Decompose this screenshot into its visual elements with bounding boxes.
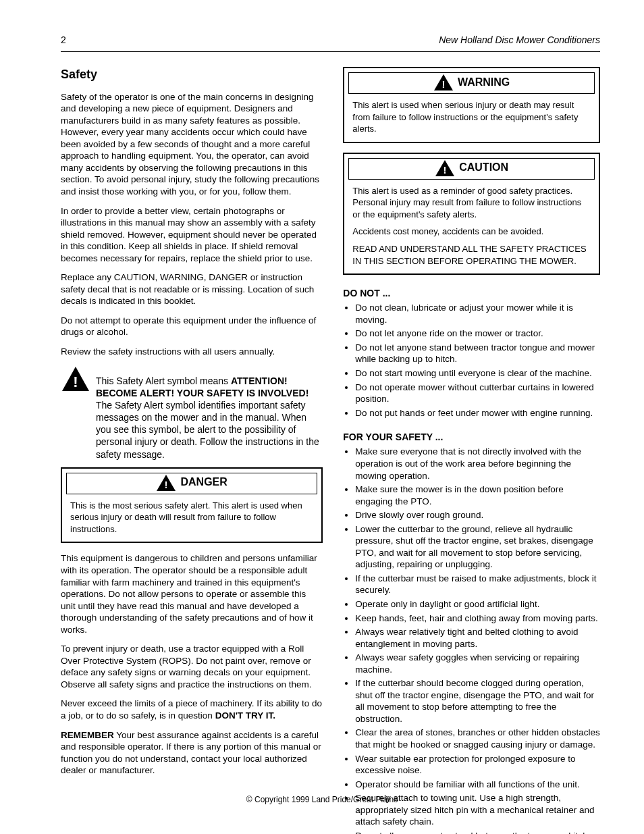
safety-alert-symbol-callout: ! This Safety Alert symbol means ATTENTI…	[61, 365, 323, 461]
svg-text:!: !	[444, 164, 447, 176]
list-item: Wear suitable ear protection for prolong…	[355, 753, 600, 777]
warning-label: WARNING	[458, 76, 510, 90]
body-text: Do not attempt to operate this equipment…	[61, 315, 323, 338]
list-item: Make sure everyone that is not directly …	[355, 446, 600, 481]
list-item: Always wear safety goggles when servicin…	[355, 652, 600, 675]
page-header: 2 New Holland Disc Mower Conditioners	[61, 34, 600, 46]
body-text: Replace any CAUTION, WARNING, DANGER or …	[61, 271, 323, 307]
right-column: ! WARNING This alert is used when seriou…	[343, 67, 600, 834]
body-text: Safety of the operator is one of the mai…	[61, 91, 323, 198]
body-text: In order to provide a better view, certa…	[61, 205, 323, 265]
danger-box: ! DANGER This is the most serious safety…	[61, 467, 323, 544]
warning-box: ! WARNING This alert is used when seriou…	[343, 67, 600, 143]
caution-body: This alert is used as a reminder of good…	[344, 184, 599, 269]
list-item: Keep hands, feet, hair and clothing away…	[355, 613, 600, 625]
list-item: Drive slowly over rough ground.	[355, 509, 600, 521]
caution-box: ! CAUTION This alert is used as a remind…	[343, 153, 600, 275]
list-item: Clear the area of stones, branches or ot…	[355, 727, 600, 750]
alert-triangle-icon: !	[435, 159, 455, 177]
body-text: To prevent injury or death, use a tracto…	[61, 643, 323, 690]
caution-label: CAUTION	[459, 161, 508, 175]
danger-header: ! DANGER	[66, 473, 317, 494]
header-rule	[61, 51, 600, 52]
list-item: Make sure the mower is in the down posit…	[355, 484, 600, 507]
danger-label: DANGER	[180, 475, 227, 490]
safety-heading: FOR YOUR SAFETY ...	[343, 431, 600, 443]
warning-body: This alert is used when serious injury o…	[344, 98, 599, 138]
remember-text: REMEMBER Your best assurance against acc…	[61, 729, 323, 777]
alert-symbol-text: This Safety Alert symbol means ATTENTION…	[96, 365, 323, 461]
list-item: Do not let anyone stand between tractor …	[355, 342, 600, 365]
section-heading-safety: Safety	[61, 67, 323, 82]
alert-triangle-icon: !	[61, 365, 90, 392]
list-item: Lower the cutterbar to the ground, relie…	[355, 523, 600, 571]
do-not-heading: DO NOT ...	[343, 287, 600, 299]
svg-text:!: !	[441, 78, 445, 90]
list-item: Do not start mowing until everyone is cl…	[355, 367, 600, 380]
body-text: This equipment is dangerous to children …	[61, 552, 323, 635]
list-item: If the cutterbar should become clogged d…	[355, 677, 600, 725]
safety-list: Make sure everyone that is not directly …	[343, 446, 600, 834]
list-item: Do not operate mower without cutterbar c…	[355, 382, 600, 405]
alert-triangle-icon: !	[156, 474, 176, 492]
caution-header: ! CAUTION	[348, 158, 595, 180]
svg-text:!: !	[165, 479, 168, 490]
list-item: Operator should be familiar with all fun…	[355, 779, 600, 791]
list-item: Do not clean, lubricate or adjust your m…	[355, 302, 600, 325]
header-title: New Holland Disc Mower Conditioners	[439, 34, 600, 46]
warning-header: ! WARNING	[348, 72, 595, 94]
do-not-list: Do not clean, lubricate or adjust your m…	[343, 302, 600, 419]
list-item: Do not let anyone ride on the mower or t…	[355, 328, 600, 340]
page-number: 2	[61, 34, 66, 46]
alert-triangle-icon: !	[433, 74, 454, 91]
svg-text:!: !	[73, 373, 78, 390]
body-text: Review the safety instructions with all …	[61, 346, 323, 358]
list-item: Do not allow anyone to stand between the…	[355, 830, 600, 834]
list-item: Do not put hands or feet under mower wit…	[355, 407, 600, 419]
list-item: Always wear relatively tight and belted …	[355, 626, 600, 650]
list-item: Operate only in daylight or good artific…	[355, 598, 600, 610]
left-column: Safety Safety of the operator is one of …	[61, 67, 323, 834]
list-item: If the cutterbar must be raised to make …	[355, 573, 600, 596]
footer-copyright: © Copyright 1999 Land Pride/Great Plains	[0, 795, 644, 806]
body-text: Never exceed the limits of a piece of ma…	[61, 698, 323, 721]
danger-body: This is the most serious safety alert. T…	[62, 498, 321, 538]
